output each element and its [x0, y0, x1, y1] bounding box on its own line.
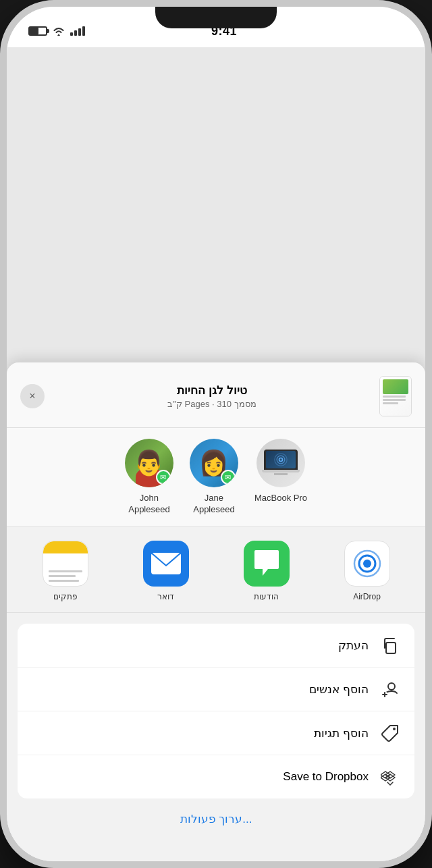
edit-actions-link[interactable]: ...ערוך פעולות [7, 804, 425, 834]
app-mail[interactable]: דואר [121, 541, 211, 601]
person-name-macbook: MacBook Pro [254, 493, 307, 504]
status-left-icons [28, 26, 85, 36]
svg-rect-7 [386, 643, 396, 653]
messages-app-label: הודעות [254, 592, 279, 601]
apps-row: פתקים דואר [7, 527, 425, 613]
notes-app-icon [43, 541, 88, 587]
copy-svg [381, 636, 400, 655]
svg-point-0 [279, 458, 282, 462]
action-add-tags[interactable]: הוסף תגיות [18, 711, 414, 755]
copy-icon [379, 634, 401, 656]
action-add-people[interactable]: הוסף אנשים [18, 668, 414, 711]
share-sheet-container: × טיול לגן החיות מסמך Pages · 310 ק"ב [7, 47, 425, 834]
app-messages[interactable]: הודעות [221, 541, 311, 601]
tag-icon [379, 722, 401, 744]
svg-point-1 [277, 456, 285, 464]
add-people-label: הוסף אנשים [31, 682, 369, 697]
dropbox-svg [381, 767, 400, 786]
share-title-area: טיול לגן החיות מסמך Pages · 310 ק"ב [45, 383, 379, 409]
app-airdrop[interactable]: AirDrop [322, 541, 412, 601]
action-dropbox[interactable]: Save to Dropbox [18, 755, 414, 798]
add-tags-label: הוסף תגיות [31, 726, 369, 740]
messages-bubble-svg [252, 549, 281, 578]
wifi-icon [53, 26, 65, 36]
actions-group: העתק הוסף אנש [18, 624, 414, 798]
airdrop-icon-svg [350, 547, 384, 580]
mail-app-icon [143, 541, 189, 587]
svg-point-12 [393, 728, 396, 730]
battery-icon [28, 26, 47, 36]
person-jane-appleseed[interactable]: ✉ JaneAppleseed [190, 439, 238, 516]
person-macbook-pro[interactable]: MacBook Pro [254, 439, 307, 516]
svg-point-4 [363, 560, 371, 568]
people-row: ✉ JohnAppleseed ✉ JaneApple [7, 428, 425, 527]
avatar-macbook [256, 439, 305, 487]
share-sheet: × טיול לגן החיות מסמך Pages · 310 ק"ב [7, 362, 425, 834]
dropbox-icon [379, 766, 401, 788]
add-person-icon [379, 678, 401, 700]
notes-app-label: פתקים [53, 592, 78, 601]
action-copy[interactable]: העתק [18, 624, 414, 668]
close-button[interactable]: × [20, 384, 45, 408]
messages-app-icon [244, 541, 290, 587]
screen: × טיול לגן החיות מסמך Pages · 310 ק"ב [7, 47, 425, 834]
share-sheet-header: × טיול לגן החיות מסמך Pages · 310 ק"ב [7, 362, 425, 428]
avatar-john: ✉ [125, 439, 173, 487]
avatar-jane: ✉ [190, 439, 238, 487]
airdrop-app-label: AirDrop [353, 592, 381, 601]
phone-frame: 9:41 × טיול לגן החיות מסמך Pages · 310 ק… [0, 0, 432, 868]
mail-app-label: דואר [157, 592, 174, 601]
tag-svg [381, 724, 400, 742]
svg-point-8 [388, 683, 395, 690]
notch [155, 7, 277, 28]
person-john-appleseed[interactable]: ✉ JohnAppleseed [125, 439, 173, 516]
signal-bars-icon [70, 26, 85, 36]
messages-badge-jane: ✉ [221, 470, 236, 485]
document-title: טיול לגן החיות [51, 383, 373, 398]
document-thumbnail [379, 376, 412, 416]
dropbox-label: Save to Dropbox [31, 770, 369, 784]
mail-envelope-svg [151, 552, 182, 575]
document-subtitle: מסמך Pages · 310 ק"ב [51, 399, 373, 409]
add-person-svg [381, 680, 400, 699]
airdrop-waves-icon [274, 453, 288, 466]
person-name-john: JohnAppleseed [128, 493, 169, 516]
airdrop-app-icon [344, 541, 390, 587]
copy-label: העתק [31, 639, 369, 653]
person-name-jane: JaneAppleseed [193, 493, 234, 516]
app-notes[interactable]: פתקים [20, 541, 110, 601]
